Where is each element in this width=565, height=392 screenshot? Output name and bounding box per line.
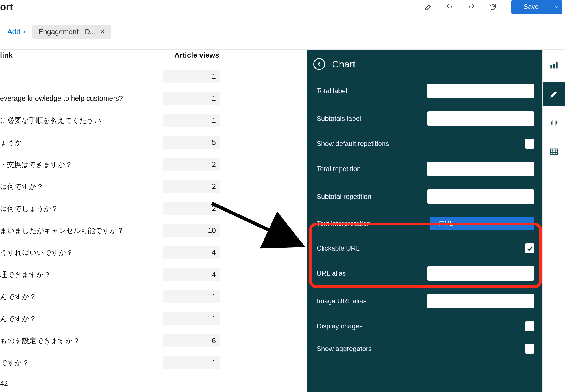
views-cell: 6 (163, 334, 220, 347)
back-button[interactable] (313, 58, 325, 70)
views-cell: 5 (163, 136, 220, 149)
views-cell: 2 (163, 202, 220, 215)
link-cell[interactable]: は何ですか？ (0, 182, 158, 191)
total-repetition-input[interactable] (427, 162, 534, 176)
redo-icon[interactable] (464, 0, 478, 14)
url-alias-input[interactable] (427, 266, 534, 281)
chart-settings-panel: Chart Total label Subtotals label Show d… (307, 50, 542, 392)
views-cell: 2 (163, 180, 220, 193)
subtotal-repetition-input[interactable] (427, 189, 534, 204)
filter-chip-label: Engagement - D... (38, 28, 96, 36)
show-default-repetitions-label: Show default repetitions (317, 140, 389, 148)
image-url-alias-label: Image URL alias (317, 297, 367, 305)
link-cell[interactable]: に必要な手順を教えてください (0, 116, 158, 125)
views-cell: 1 (163, 92, 220, 105)
show-default-repetitions-checkbox[interactable] (525, 139, 534, 149)
link-cell[interactable]: ものを設定できますか？ (0, 336, 158, 345)
close-icon[interactable]: ✕ (100, 28, 105, 36)
total-repetition-label: Total repetition (317, 165, 361, 173)
views-cell: 1 (163, 70, 220, 83)
clickable-url-label: Clickable URL (317, 244, 360, 252)
edit-icon[interactable] (421, 0, 435, 14)
chevron-down-icon (525, 223, 529, 225)
page-title: ort (0, 2, 13, 12)
views-cell: 1 (163, 290, 220, 303)
total-label-label: Total label (317, 87, 347, 95)
svg-rect-0 (550, 65, 552, 68)
views-cell: 1 (163, 312, 220, 325)
side-toolbar (542, 50, 565, 392)
save-button[interactable]: Save (511, 0, 551, 14)
subtotals-label-input[interactable] (427, 111, 534, 126)
link-cell[interactable]: ですか？ (0, 358, 158, 367)
link-cell[interactable]: んですか？ (0, 314, 158, 323)
link-cell[interactable]: うすればいいですか？ (0, 248, 158, 257)
link-cell[interactable]: ょうか (0, 138, 158, 147)
text-interpretation-label: Text interpretation (317, 220, 371, 228)
check-icon (526, 245, 533, 252)
subtotals-label-label: Subtotals label (317, 115, 361, 123)
views-cell: 4 (163, 268, 220, 281)
subtotal-repetition-label: Subtotal repetition (317, 193, 371, 201)
sort-tool-icon[interactable] (543, 111, 565, 134)
url-alias-label: URL alias (317, 269, 346, 277)
text-interpretation-value: HTML (435, 220, 453, 228)
show-aggregators-checkbox[interactable] (525, 344, 534, 354)
views-cell: 1 (163, 114, 220, 127)
panel-title: Chart (332, 59, 355, 70)
views-cell: 10 (163, 224, 220, 237)
views-cell: 2 (163, 158, 220, 171)
save-dropdown-button[interactable] (551, 0, 562, 14)
chevron-right-icon (22, 30, 27, 34)
style-tool-icon[interactable] (543, 82, 565, 106)
column-header-views: Article views (163, 50, 219, 65)
table-tool-icon[interactable] (543, 140, 565, 163)
svg-rect-1 (553, 64, 555, 68)
display-images-checkbox[interactable] (525, 321, 534, 331)
link-cell[interactable]: ・交換はできますか？ (0, 160, 158, 169)
image-url-alias-input[interactable] (427, 294, 534, 308)
total-label-input[interactable] (427, 84, 534, 98)
link-cell[interactable]: everage knowledge to help customers? (0, 94, 158, 103)
text-interpretation-select[interactable]: HTML (430, 217, 534, 230)
column-header-link: link (0, 50, 163, 65)
show-aggregators-label: Show aggregators (317, 345, 372, 353)
clickable-url-checkbox[interactable] (525, 243, 534, 253)
add-button[interactable]: Add (7, 27, 27, 36)
refresh-icon[interactable] (486, 0, 499, 14)
link-cell[interactable]: んですか？ (0, 292, 158, 301)
undo-icon[interactable] (443, 0, 457, 14)
arrow-left-icon (316, 61, 322, 67)
link-cell[interactable]: 理できますか？ (0, 270, 158, 279)
link-cell[interactable]: まいましたがキャンセル可能ですか？ (0, 226, 158, 235)
chevron-down-icon (554, 5, 559, 10)
views-cell: 4 (163, 246, 220, 259)
svg-rect-2 (556, 62, 558, 69)
display-images-label: Display images (317, 322, 363, 330)
filter-chip[interactable]: Engagement - D... ✕ (32, 25, 111, 39)
views-cell: 1 (163, 356, 220, 369)
link-cell[interactable]: は何でしょうか？ (0, 204, 158, 213)
chart-tool-icon[interactable] (543, 54, 565, 77)
svg-rect-3 (550, 149, 558, 154)
add-label: Add (7, 27, 20, 36)
